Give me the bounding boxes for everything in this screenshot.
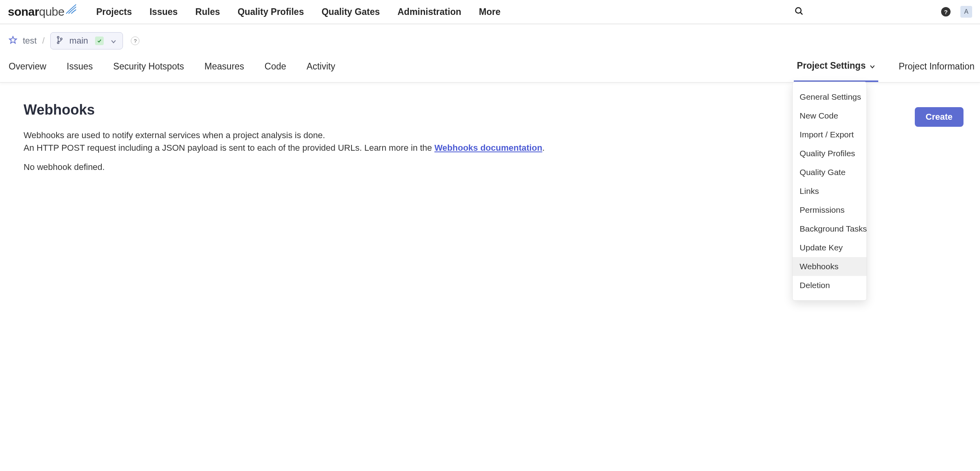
project-information-link[interactable]: Project Information: [896, 61, 975, 81]
logo[interactable]: sonarqube: [8, 5, 77, 18]
menu-deletion[interactable]: Deletion: [793, 276, 866, 295]
menu-import-export[interactable]: Import / Export: [793, 125, 866, 144]
branch-selector[interactable]: main: [50, 32, 123, 49]
chevron-down-icon: [111, 36, 116, 46]
svg-point-0: [796, 7, 801, 13]
svg-marker-2: [9, 36, 16, 43]
branch-help-icon[interactable]: ?: [131, 37, 139, 45]
tab-overview[interactable]: Overview: [5, 61, 49, 81]
menu-quality-gate[interactable]: Quality Gate: [793, 163, 866, 182]
project-settings-dropdown[interactable]: Project Settings General Settings New Co…: [794, 60, 878, 82]
menu-update-key[interactable]: Update Key: [793, 238, 866, 257]
desc-line2-post: .: [542, 143, 545, 153]
menu-background-tasks[interactable]: Background Tasks: [793, 219, 866, 238]
nav-issues[interactable]: Issues: [150, 7, 178, 17]
svg-point-4: [57, 42, 59, 43]
svg-point-5: [60, 38, 62, 39]
breadcrumb-separator: /: [42, 36, 44, 46]
tab-issues[interactable]: Issues: [64, 61, 96, 81]
menu-webhooks[interactable]: Webhooks: [793, 257, 866, 276]
breadcrumb-project[interactable]: test: [23, 36, 37, 46]
branch-status-check-icon: [95, 37, 104, 45]
tab-code[interactable]: Code: [262, 61, 289, 81]
nav-quality-gates[interactable]: Quality Gates: [322, 7, 380, 17]
search-icon[interactable]: [794, 6, 804, 18]
branch-icon: [57, 36, 62, 46]
desc-line1: Webhooks are used to notify external ser…: [24, 130, 325, 140]
topnav-links: Projects Issues Rules Quality Profiles Q…: [96, 7, 794, 17]
project-tabs: Overview Issues Security Hotspots Measur…: [0, 53, 980, 83]
project-settings-label: Project Settings: [797, 60, 866, 71]
tab-activity[interactable]: Activity: [304, 61, 339, 81]
nav-rules[interactable]: Rules: [195, 7, 220, 17]
create-button[interactable]: Create: [915, 107, 964, 127]
menu-general-settings[interactable]: General Settings: [793, 88, 866, 106]
nav-quality-profiles[interactable]: Quality Profiles: [238, 7, 304, 17]
nav-more[interactable]: More: [479, 7, 500, 17]
svg-line-1: [800, 13, 802, 15]
project-settings-menu: General Settings New Code Import / Expor…: [792, 82, 867, 301]
topnav-right: ? A: [794, 6, 972, 18]
tab-measures[interactable]: Measures: [201, 61, 247, 81]
avatar[interactable]: A: [960, 6, 972, 18]
logo-text: sonarqube: [8, 5, 64, 18]
menu-permissions[interactable]: Permissions: [793, 201, 866, 219]
nav-administration[interactable]: Administration: [397, 7, 461, 17]
svg-point-3: [57, 36, 59, 38]
top-navbar: sonarqube Projects Issues Rules Quality …: [0, 0, 980, 24]
desc-line2-pre: An HTTP POST request including a JSON pa…: [24, 143, 434, 153]
branch-name: main: [70, 36, 88, 46]
chevron-down-icon: [870, 60, 875, 71]
menu-new-code[interactable]: New Code: [793, 106, 866, 125]
tab-security-hotspots[interactable]: Security Hotspots: [110, 61, 187, 81]
menu-links[interactable]: Links: [793, 182, 866, 201]
favorite-star-icon[interactable]: [9, 36, 17, 46]
webhooks-documentation-link[interactable]: Webhooks documentation: [434, 143, 542, 153]
menu-quality-profiles[interactable]: Quality Profiles: [793, 144, 866, 163]
help-icon[interactable]: ?: [941, 7, 951, 16]
nav-projects[interactable]: Projects: [96, 7, 132, 17]
logo-waves-icon: [66, 4, 77, 16]
breadcrumb-bar: test / main ?: [0, 24, 980, 53]
